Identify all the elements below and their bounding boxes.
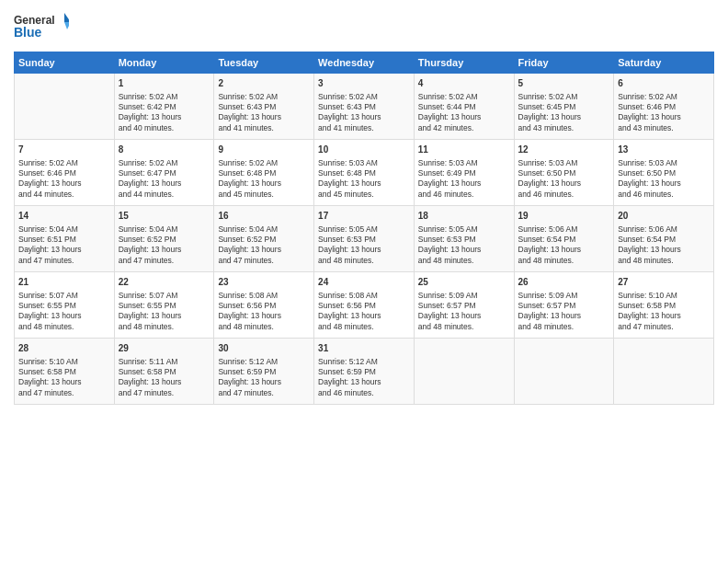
calendar-cell: 13Sunrise: 5:03 AM Sunset: 6:50 PM Dayli…	[614, 140, 714, 206]
day-info: Sunrise: 5:08 AM Sunset: 6:56 PM Dayligh…	[218, 291, 310, 333]
day-info: Sunrise: 5:08 AM Sunset: 6:56 PM Dayligh…	[318, 291, 410, 333]
day-info: Sunrise: 5:03 AM Sunset: 6:49 PM Dayligh…	[418, 158, 510, 201]
day-number: 6	[618, 77, 710, 90]
col-header-monday: Monday	[114, 52, 214, 74]
day-number: 27	[618, 276, 710, 289]
day-number: 30	[218, 342, 310, 355]
calendar-cell: 14Sunrise: 5:04 AM Sunset: 6:51 PM Dayli…	[15, 206, 115, 272]
calendar-table: SundayMondayTuesdayWednesdayThursdayFrid…	[14, 52, 714, 405]
calendar-cell: 1Sunrise: 5:02 AM Sunset: 6:42 PM Daylig…	[114, 74, 214, 140]
day-number: 31	[318, 342, 410, 355]
svg-marker-2	[64, 13, 69, 22]
day-number: 9	[218, 144, 310, 156]
calendar-cell: 31Sunrise: 5:12 AM Sunset: 6:59 PM Dayli…	[314, 339, 415, 405]
col-header-wednesday: Wednesday	[314, 52, 415, 74]
calendar-cell: 4Sunrise: 5:02 AM Sunset: 6:44 PM Daylig…	[414, 74, 514, 140]
calendar-cell: 2Sunrise: 5:02 AM Sunset: 6:43 PM Daylig…	[214, 74, 314, 140]
day-info: Sunrise: 5:03 AM Sunset: 6:48 PM Dayligh…	[318, 158, 410, 201]
calendar-cell: 20Sunrise: 5:06 AM Sunset: 6:54 PM Dayli…	[614, 206, 714, 272]
day-info: Sunrise: 5:02 AM Sunset: 6:42 PM Dayligh…	[119, 92, 210, 134]
day-info: Sunrise: 5:04 AM Sunset: 6:52 PM Dayligh…	[218, 224, 310, 267]
day-number: 2	[218, 77, 310, 90]
calendar-cell: 22Sunrise: 5:07 AM Sunset: 6:55 PM Dayli…	[114, 272, 214, 339]
day-number: 16	[218, 210, 310, 223]
header-row: SundayMondayTuesdayWednesdayThursdayFrid…	[15, 52, 714, 74]
col-header-thursday: Thursday	[414, 52, 514, 74]
day-number: 24	[318, 276, 410, 289]
calendar-cell: 9Sunrise: 5:02 AM Sunset: 6:48 PM Daylig…	[214, 140, 314, 206]
day-info: Sunrise: 5:06 AM Sunset: 6:54 PM Dayligh…	[518, 224, 610, 267]
day-number: 29	[119, 342, 210, 355]
day-info: Sunrise: 5:02 AM Sunset: 6:46 PM Dayligh…	[618, 92, 710, 134]
calendar-cell: 5Sunrise: 5:02 AM Sunset: 6:45 PM Daylig…	[514, 74, 614, 140]
day-info: Sunrise: 5:02 AM Sunset: 6:45 PM Dayligh…	[518, 92, 610, 134]
day-number: 11	[418, 144, 510, 156]
day-info: Sunrise: 5:07 AM Sunset: 6:55 PM Dayligh…	[18, 291, 110, 333]
day-number: 12	[518, 144, 610, 156]
day-info: Sunrise: 5:05 AM Sunset: 6:53 PM Dayligh…	[418, 224, 510, 267]
day-number: 25	[418, 276, 510, 289]
calendar-cell: 28Sunrise: 5:10 AM Sunset: 6:58 PM Dayli…	[15, 339, 115, 405]
calendar-cell	[614, 339, 714, 405]
day-info: Sunrise: 5:10 AM Sunset: 6:58 PM Dayligh…	[18, 357, 110, 399]
day-number: 7	[18, 144, 110, 156]
day-info: Sunrise: 5:12 AM Sunset: 6:59 PM Dayligh…	[218, 357, 310, 399]
svg-text:Blue: Blue	[14, 25, 42, 40]
calendar-cell: 26Sunrise: 5:09 AM Sunset: 6:57 PM Dayli…	[514, 272, 614, 339]
day-number: 20	[618, 210, 710, 223]
col-header-sunday: Sunday	[15, 52, 115, 74]
calendar-cell: 18Sunrise: 5:05 AM Sunset: 6:53 PM Dayli…	[414, 206, 514, 272]
day-info: Sunrise: 5:04 AM Sunset: 6:51 PM Dayligh…	[18, 224, 110, 267]
day-number: 17	[318, 210, 410, 223]
day-number: 4	[418, 77, 510, 90]
day-number: 21	[18, 276, 110, 289]
page: General Blue SundayMondayTuesdayWednesda…	[0, 0, 728, 563]
day-info: Sunrise: 5:02 AM Sunset: 6:48 PM Dayligh…	[218, 158, 310, 201]
calendar-cell: 7Sunrise: 5:02 AM Sunset: 6:46 PM Daylig…	[15, 140, 115, 206]
day-info: Sunrise: 5:03 AM Sunset: 6:50 PM Dayligh…	[618, 158, 710, 201]
calendar-cell: 16Sunrise: 5:04 AM Sunset: 6:52 PM Dayli…	[214, 206, 314, 272]
calendar-cell: 19Sunrise: 5:06 AM Sunset: 6:54 PM Dayli…	[514, 206, 614, 272]
day-info: Sunrise: 5:05 AM Sunset: 6:53 PM Dayligh…	[318, 224, 410, 267]
day-info: Sunrise: 5:02 AM Sunset: 6:44 PM Dayligh…	[418, 92, 510, 134]
calendar-cell: 12Sunrise: 5:03 AM Sunset: 6:50 PM Dayli…	[514, 140, 614, 206]
day-number: 1	[119, 77, 210, 90]
day-number: 18	[418, 210, 510, 223]
day-info: Sunrise: 5:03 AM Sunset: 6:50 PM Dayligh…	[518, 158, 610, 201]
calendar-cell	[514, 339, 614, 405]
day-info: Sunrise: 5:09 AM Sunset: 6:57 PM Dayligh…	[418, 291, 510, 333]
day-number: 19	[518, 210, 610, 223]
week-row-0: 1Sunrise: 5:02 AM Sunset: 6:42 PM Daylig…	[15, 74, 714, 140]
day-number: 22	[119, 276, 210, 289]
calendar-cell: 25Sunrise: 5:09 AM Sunset: 6:57 PM Dayli…	[414, 272, 514, 339]
calendar-cell: 23Sunrise: 5:08 AM Sunset: 6:56 PM Dayli…	[214, 272, 314, 339]
day-number: 14	[18, 210, 110, 223]
day-info: Sunrise: 5:06 AM Sunset: 6:54 PM Dayligh…	[618, 224, 710, 267]
day-info: Sunrise: 5:09 AM Sunset: 6:57 PM Dayligh…	[518, 291, 610, 333]
day-info: Sunrise: 5:04 AM Sunset: 6:52 PM Dayligh…	[119, 224, 210, 267]
week-row-3: 21Sunrise: 5:07 AM Sunset: 6:55 PM Dayli…	[15, 272, 714, 339]
week-row-4: 28Sunrise: 5:10 AM Sunset: 6:58 PM Dayli…	[15, 339, 714, 405]
week-row-2: 14Sunrise: 5:04 AM Sunset: 6:51 PM Dayli…	[15, 206, 714, 272]
day-info: Sunrise: 5:02 AM Sunset: 6:43 PM Dayligh…	[318, 92, 410, 134]
header: General Blue	[14, 9, 714, 46]
day-info: Sunrise: 5:10 AM Sunset: 6:58 PM Dayligh…	[618, 291, 710, 333]
day-number: 3	[318, 77, 410, 90]
day-info: Sunrise: 5:07 AM Sunset: 6:55 PM Dayligh…	[119, 291, 210, 333]
calendar-cell: 24Sunrise: 5:08 AM Sunset: 6:56 PM Dayli…	[314, 272, 415, 339]
day-number: 26	[518, 276, 610, 289]
col-header-friday: Friday	[514, 52, 614, 74]
calendar-cell: 21Sunrise: 5:07 AM Sunset: 6:55 PM Dayli…	[15, 272, 115, 339]
logo-svg: General Blue	[14, 9, 69, 46]
calendar-cell: 27Sunrise: 5:10 AM Sunset: 6:58 PM Dayli…	[614, 272, 714, 339]
week-row-1: 7Sunrise: 5:02 AM Sunset: 6:46 PM Daylig…	[15, 140, 714, 206]
logo: General Blue	[14, 9, 69, 46]
day-number: 23	[218, 276, 310, 289]
day-number: 8	[119, 144, 210, 156]
calendar-cell: 29Sunrise: 5:11 AM Sunset: 6:58 PM Dayli…	[114, 339, 214, 405]
calendar-cell: 15Sunrise: 5:04 AM Sunset: 6:52 PM Dayli…	[114, 206, 214, 272]
calendar-cell: 10Sunrise: 5:03 AM Sunset: 6:48 PM Dayli…	[314, 140, 415, 206]
calendar-cell: 17Sunrise: 5:05 AM Sunset: 6:53 PM Dayli…	[314, 206, 415, 272]
calendar-cell: 8Sunrise: 5:02 AM Sunset: 6:47 PM Daylig…	[114, 140, 214, 206]
col-header-tuesday: Tuesday	[214, 52, 314, 74]
